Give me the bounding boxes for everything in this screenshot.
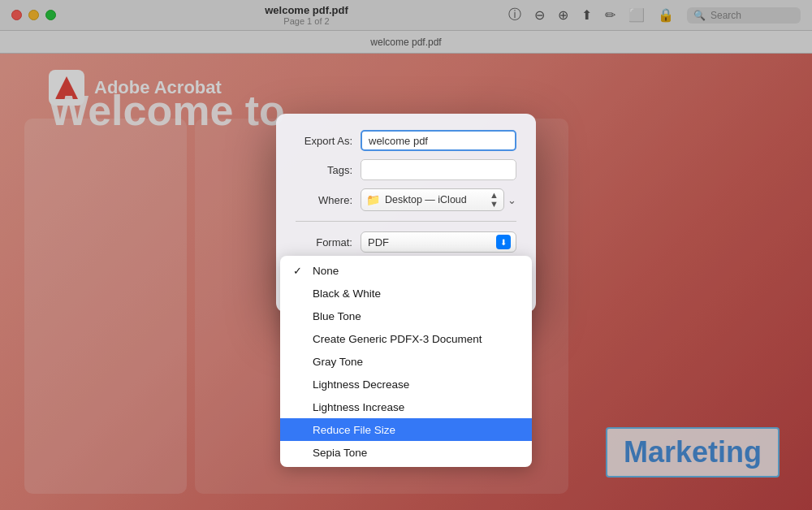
tags-input[interactable] xyxy=(361,159,516,180)
dropdown-item-black-white[interactable]: Black & White xyxy=(280,282,532,305)
quartz-filter-dropdown: ✓NoneBlack & WhiteBlue ToneCreate Generi… xyxy=(280,256,532,467)
export-as-label: Export As: xyxy=(296,135,361,147)
dialog-divider xyxy=(296,221,516,222)
where-value: Desktop — iCloud xyxy=(385,194,467,205)
where-label: Where: xyxy=(296,194,361,206)
export-as-row: Export As: xyxy=(296,130,516,151)
dropdown-item-none[interactable]: ✓None xyxy=(280,259,532,282)
dropdown-item-label-none: None xyxy=(313,265,519,277)
dropdown-item-lightness-decrease[interactable]: Lightness Decrease xyxy=(280,373,532,395)
tags-label: Tags: xyxy=(296,164,361,176)
dropdown-item-create-generic[interactable]: Create Generic PDFX-3 Document xyxy=(280,327,532,350)
stepper-icon: ▲▼ xyxy=(490,191,499,209)
dropdown-item-sepia-tone[interactable]: Sepia Tone xyxy=(280,441,532,464)
format-label: Format: xyxy=(296,236,361,249)
dropdown-item-label-blue-tone: Blue Tone xyxy=(313,310,519,322)
dropdown-item-label-lightness-decrease: Lightness Decrease xyxy=(313,378,519,391)
where-row: Where: 📁 Desktop — iCloud ▲▼ ⌄ xyxy=(296,188,516,211)
format-arrow-icon: ⬇ xyxy=(496,235,511,249)
format-control[interactable]: PDF ⬇ xyxy=(361,231,516,253)
export-as-input[interactable] xyxy=(361,130,516,151)
format-row: Format: PDF ⬇ xyxy=(296,231,516,253)
dropdown-item-label-gray-tone: Gray Tone xyxy=(313,356,519,368)
dropdown-item-label-create-generic: Create Generic PDFX-3 Document xyxy=(313,333,519,345)
tags-row: Tags: xyxy=(296,159,516,180)
dropdown-item-blue-tone[interactable]: Blue Tone xyxy=(280,305,532,327)
where-control[interactable]: 📁 Desktop — iCloud ▲▼ xyxy=(361,188,504,211)
format-value: PDF xyxy=(368,236,389,249)
dropdown-item-label-black-white: Black & White xyxy=(313,287,519,300)
dropdown-item-label-lightness-increase: Lightness Increase xyxy=(313,401,519,413)
dropdown-item-gray-tone[interactable]: Gray Tone xyxy=(280,350,532,373)
dropdown-item-label-reduce-file-size: Reduce File Size xyxy=(313,424,519,436)
checkmark-none: ✓ xyxy=(293,265,306,277)
chevron-down-icon[interactable]: ⌄ xyxy=(508,194,516,206)
folder-icon: 📁 xyxy=(366,193,380,206)
dropdown-item-label-sepia-tone: Sepia Tone xyxy=(313,447,519,459)
dropdown-item-lightness-increase[interactable]: Lightness Increase xyxy=(280,395,532,418)
dropdown-item-reduce-file-size[interactable]: Reduce File Size xyxy=(280,418,532,441)
